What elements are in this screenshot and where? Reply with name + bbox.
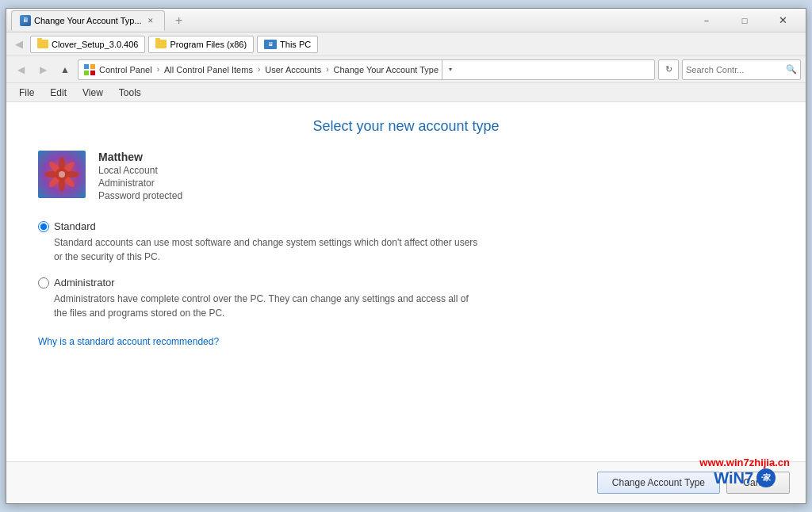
standard-description: Standard accounts can use most software …	[38, 235, 482, 264]
cancel-button[interactable]: Cancel	[726, 472, 790, 494]
title-bar-left: 🖥 Change Your Account Typ... ✕ +	[11, 10, 685, 31]
address-box[interactable]: Control Panel › All Control Panel Items …	[78, 59, 655, 80]
user-avatar	[38, 151, 86, 198]
address-dropdown-button[interactable]: ▾	[442, 59, 458, 80]
menu-view[interactable]: View	[75, 86, 111, 100]
this-pc-label: This PC	[280, 40, 311, 49]
folder-icon	[37, 40, 48, 48]
svg-rect-1	[90, 64, 95, 69]
account-options: Standard Standard accounts can use most …	[30, 220, 782, 320]
content-area: Select your new account type	[6, 102, 806, 503]
address-bar: ◀ ▶ ▲ Control Panel › All Control Panel …	[6, 56, 806, 83]
clover-tab-label: Clover_Setup_3.0.406	[52, 40, 138, 49]
this-pc-tab[interactable]: 🖥 This PC	[257, 36, 318, 53]
breadcrumb-user-accounts[interactable]: User Accounts	[265, 65, 321, 75]
title-bar: 🖥 Change Your Account Typ... ✕ + − □ ✕	[6, 9, 806, 32]
back-quick-btn: ◀	[11, 36, 27, 52]
refresh-button[interactable]: ↻	[658, 59, 679, 80]
window-controls: − □ ✕	[688, 9, 801, 32]
user-local-account: Local Account	[98, 165, 182, 176]
svg-point-14	[59, 171, 65, 178]
breadcrumb-sep3: ›	[326, 65, 328, 74]
page-title: Select your new account type	[30, 118, 782, 135]
user-name: Matthew	[98, 151, 182, 163]
standard-radio[interactable]	[38, 221, 49, 232]
administrator-option: Administrator Administrators have comple…	[38, 277, 782, 320]
svg-rect-0	[84, 64, 89, 69]
search-input[interactable]	[686, 65, 784, 75]
back-button[interactable]: ◀	[11, 60, 30, 79]
administrator-label: Administrator	[54, 277, 115, 288]
breadcrumb-sep2: ›	[258, 65, 260, 74]
administrator-radio-label[interactable]: Administrator	[38, 277, 782, 288]
menu-edit[interactable]: Edit	[42, 86, 75, 100]
bottom-buttons: Change Account Type Cancel	[6, 461, 806, 503]
clover-tab[interactable]: Clover_Setup_3.0.406	[30, 36, 145, 53]
menu-file[interactable]: File	[11, 86, 42, 100]
breadcrumb-control-panel[interactable]: Control Panel	[99, 65, 152, 75]
tab-close-button[interactable]: ✕	[145, 15, 156, 26]
breadcrumb-change-account[interactable]: Change Your Account Type	[334, 65, 439, 75]
standard-label: Standard	[54, 220, 96, 232]
forward-button[interactable]: ▶	[33, 60, 52, 79]
folder-icon2	[155, 40, 167, 48]
change-account-type-button[interactable]: Change Account Type	[597, 472, 720, 494]
standard-option: Standard Standard accounts can use most …	[38, 220, 782, 264]
new-tab-button[interactable]: +	[168, 10, 190, 31]
user-details: Matthew Local Account Administrator Pass…	[98, 151, 182, 201]
breadcrumb-all-items[interactable]: All Control Panel Items	[164, 65, 253, 75]
tab-icon: 🖥	[20, 15, 31, 26]
breadcrumb-sep1: ›	[157, 65, 159, 74]
svg-rect-2	[84, 71, 89, 75]
program-files-label: Program Files (x86)	[170, 40, 247, 49]
help-link[interactable]: Why is a standard account recommended?	[30, 336, 219, 347]
user-password-status: Password protected	[98, 190, 182, 201]
administrator-description: Administrators have complete control ove…	[38, 292, 482, 320]
svg-rect-3	[90, 71, 95, 75]
administrator-radio[interactable]	[38, 277, 49, 288]
up-button[interactable]: ▲	[56, 60, 75, 79]
menu-tools[interactable]: Tools	[111, 86, 149, 100]
search-icon[interactable]: 🔍	[786, 64, 797, 75]
program-files-tab[interactable]: Program Files (x86)	[148, 36, 254, 53]
quick-toolbar: ◀ Clover_Setup_3.0.406 Program Files (x8…	[6, 32, 806, 56]
main-panel: Select your new account type	[6, 102, 806, 461]
maximize-button[interactable]: □	[726, 9, 763, 32]
active-tab[interactable]: 🖥 Change Your Account Typ... ✕	[11, 10, 165, 31]
search-box[interactable]: 🔍	[682, 59, 801, 80]
standard-radio-label[interactable]: Standard	[38, 220, 782, 232]
control-panel-icon	[83, 63, 96, 76]
user-role: Administrator	[98, 178, 182, 189]
minimize-button[interactable]: −	[688, 9, 725, 32]
tab-label: Change Your Account Typ...	[34, 16, 142, 25]
menu-bar: File Edit View Tools	[6, 83, 806, 102]
user-info: Matthew Local Account Administrator Pass…	[30, 151, 782, 201]
close-button[interactable]: ✕	[764, 9, 801, 32]
monitor-icon: 🖥	[264, 40, 277, 49]
